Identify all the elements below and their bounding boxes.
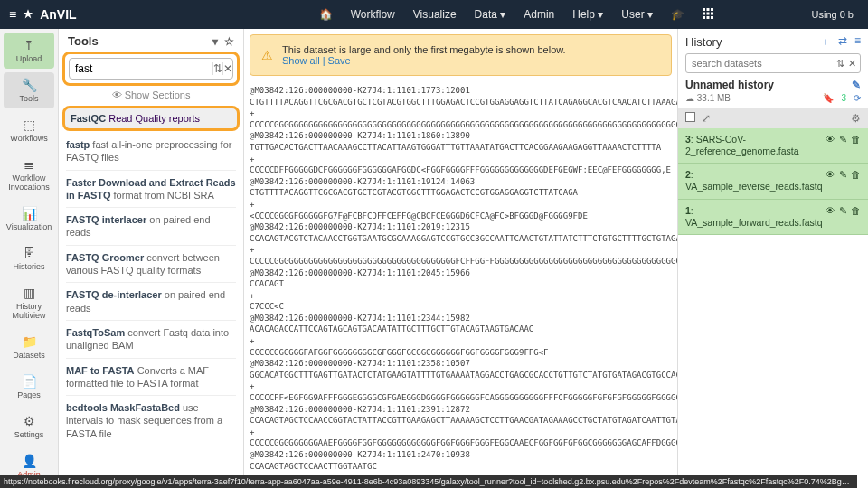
tool-result-item[interactable]: fastp fast all-in-one preprocessing for … — [66, 133, 236, 170]
leftnav-histories[interactable]: 🗄Histories — [4, 240, 54, 277]
history-tags[interactable]: 🔖3 ⟳ — [823, 93, 861, 103]
upload-icon: ⤒ — [4, 38, 54, 52]
topnav-workflow[interactable]: Workflow — [344, 5, 402, 24]
leftnav-multiview[interactable]: ▥History Multiview — [4, 280, 54, 325]
history-sort-icon[interactable]: ⇅ — [833, 58, 848, 70]
leftnav-upload[interactable]: ⤒Upload — [4, 33, 54, 69]
leftnav-settings[interactable]: ⚙Settings — [4, 408, 54, 445]
tool-result-item[interactable]: FASTQ interlacer on paired end reads — [66, 207, 236, 245]
history-search-input[interactable] — [690, 57, 833, 70]
history-menu-icon[interactable]: ≡ — [854, 34, 861, 50]
history-clear-icon[interactable]: ✕ — [848, 58, 856, 70]
expand-icon[interactable]: ⤢ — [702, 112, 711, 125]
file-icon: 📄 — [4, 374, 54, 389]
history-rename-icon[interactable]: ✎ — [852, 79, 861, 91]
tool-results-list: fastp fast all-in-one preprocessing for … — [59, 133, 243, 455]
topnav-user[interactable]: User ▾ — [614, 5, 660, 24]
dataset-large-notice: ⚠ This dataset is large and only the fir… — [250, 34, 672, 76]
tool-result-item[interactable]: FastqToSam convert Fastq data into unali… — [66, 320, 236, 358]
tools-panel: Tools ▾ ☆ ⇅ ✕ 👁 Show Sections FastQC Rea… — [59, 29, 244, 488]
trash-icon[interactable]: 🗑 — [851, 169, 861, 180]
leftnav-datasets[interactable]: 📁Datasets — [4, 329, 54, 365]
svg-rect-6 — [703, 16, 705, 19]
histories-icon: 🗄 — [4, 246, 54, 260]
edit-icon[interactable]: ✎ — [839, 169, 847, 180]
sequence-viewer: @M03842:126:000000000-K27J4:1:1101:1773:… — [244, 81, 677, 488]
leftnav-invocations[interactable]: ≣Workflow Invocations — [4, 152, 54, 197]
history-switch-icon[interactable]: ⇄ — [838, 34, 847, 50]
show-sections-toggle[interactable]: 👁 Show Sections — [59, 86, 243, 104]
tool-search-input[interactable] — [73, 61, 212, 76]
gear-icon: ⚙ — [4, 414, 54, 428]
star-outline-icon[interactable]: ☆ — [224, 35, 234, 48]
history-select-bar: ⤢ ⚙ — [678, 108, 868, 128]
leftnav-workflows[interactable]: ⬚Workflows — [4, 112, 54, 148]
search-sort-icon[interactable]: ⇅ — [212, 62, 222, 75]
svg-rect-5 — [711, 12, 713, 14]
topnav-help[interactable]: Help ▾ — [565, 5, 610, 24]
edit-icon[interactable]: ✎ — [839, 205, 847, 216]
history-dataset-item[interactable]: 1: VA_sample_forward_reads.fastq👁✎🗑 — [678, 200, 868, 235]
top-navbar: ≡ AnVIL 🏠 Workflow Visualize Data ▾ Admi… — [0, 0, 868, 29]
chart-icon: 📊 — [4, 206, 54, 221]
apps-grid-icon — [703, 8, 713, 19]
tools-header: Tools ▾ ☆ — [59, 29, 243, 52]
topnav-admin[interactable]: Admin — [516, 5, 561, 24]
svg-rect-7 — [707, 16, 710, 19]
grid-icon[interactable] — [695, 5, 721, 25]
tool-result-fastqc[interactable]: FastQC Read Quality reports — [62, 106, 240, 131]
eye-icon[interactable]: 👁 — [826, 169, 835, 180]
caret-down-icon[interactable]: ▾ — [212, 35, 218, 48]
topnav-data[interactable]: Data ▾ — [467, 5, 514, 24]
history-dataset-item[interactable]: 3: SARS-CoV-2_reference_genome.fasta👁✎🗑 — [678, 128, 868, 164]
list-icon: ≣ — [4, 157, 54, 172]
columns-icon: ▥ — [4, 286, 54, 300]
wrench-icon: 🔧 — [4, 78, 54, 92]
svg-rect-1 — [707, 8, 710, 11]
history-dataset-item[interactable]: 2: VA_sample_reverse_reads.fastq👁✎🗑 — [678, 164, 868, 199]
storage-usage[interactable]: Using 0 b — [807, 9, 859, 20]
checkbox-icon[interactable] — [685, 112, 695, 122]
leftnav-visualization[interactable]: 📊Visualization — [4, 201, 54, 237]
tool-result-item[interactable]: bedtools MaskFastaBed use intervals to m… — [66, 395, 236, 446]
tool-result-item[interactable]: MAF to FASTA Converts a MAF formatted fi… — [66, 358, 236, 396]
gradcap-icon[interactable]: 🎓 — [664, 5, 692, 24]
search-clear-icon[interactable]: ✕ — [222, 62, 232, 75]
eye-icon[interactable]: 👁 — [826, 205, 835, 216]
eye-icon[interactable]: 👁 — [826, 134, 835, 145]
edit-icon[interactable]: ✎ — [839, 134, 847, 145]
svg-rect-8 — [711, 16, 713, 19]
save-link[interactable]: Save — [328, 55, 351, 66]
history-panel: History ＋ ⇄ ≡ ⇅ ✕ Unnamed history ✎ ☁ 33… — [677, 29, 868, 488]
brand-logo[interactable]: ≡ AnVIL — [9, 7, 77, 22]
person-icon: 👤 — [4, 454, 54, 468]
dataset-label: 2: VA_sample_reverse_reads.fastq — [685, 169, 826, 192]
history-size: ☁ 33.1 MB — [685, 93, 731, 103]
tool-result-item[interactable]: bedtools getfasta use intervals to extra… — [66, 446, 236, 455]
tools-header-icons: ▾ ☆ — [212, 35, 234, 48]
dataset-label: 3: SARS-CoV-2_reference_genome.fasta — [685, 134, 826, 157]
home-icon[interactable]: 🏠 — [312, 5, 340, 24]
refresh-icon[interactable]: ⟳ — [854, 93, 861, 103]
warning-icon: ⚠ — [261, 48, 273, 62]
topnav-center: 🏠 Workflow Visualize Data ▾ Admin Help ▾… — [312, 5, 721, 25]
sitemap-icon: ⬚ — [4, 117, 54, 132]
leftnav-pages[interactable]: 📄Pages — [4, 369, 54, 405]
tools-title: Tools — [68, 34, 99, 48]
trash-icon[interactable]: 🗑 — [851, 205, 861, 216]
tool-result-item[interactable]: FASTQ Groomer convert between various FA… — [66, 245, 236, 283]
history-title: History — [685, 35, 722, 49]
gear-icon-small[interactable]: ⚙ — [851, 112, 861, 125]
tool-result-item[interactable]: FASTQ de-interlacer on paired end reads — [66, 282, 236, 320]
history-new-icon[interactable]: ＋ — [820, 34, 831, 50]
leftnav-tools[interactable]: 🔧Tools — [4, 72, 54, 108]
svg-rect-4 — [707, 12, 710, 14]
topnav-visualize[interactable]: Visualize — [406, 5, 464, 24]
tag-icon: 🔖 — [823, 93, 834, 103]
tool-result-item[interactable]: Faster Download and Extract Reads in FAS… — [66, 170, 236, 208]
brand-name: AnVIL — [40, 7, 76, 22]
trash-icon[interactable]: 🗑 — [851, 134, 861, 145]
show-all-link[interactable]: Show all — [282, 55, 320, 66]
history-name[interactable]: Unnamed history — [685, 79, 774, 91]
svg-rect-2 — [711, 8, 713, 11]
